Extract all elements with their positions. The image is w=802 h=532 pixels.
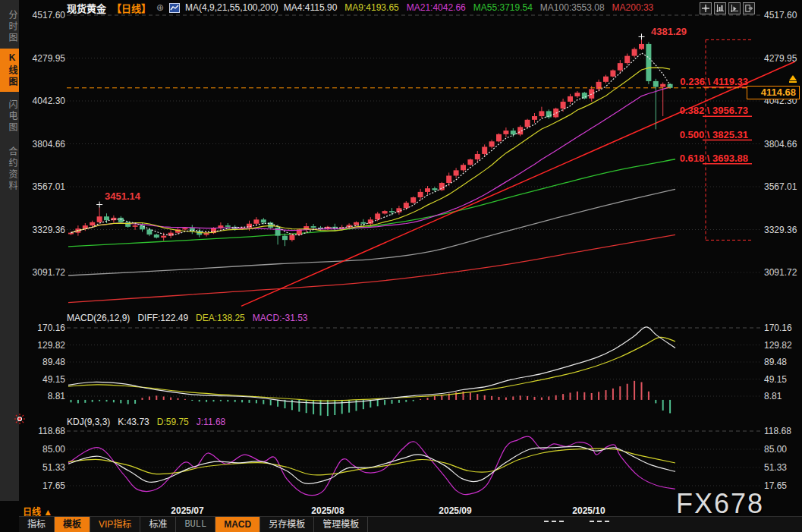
macd-axis-label-left: 8.81 — [21, 391, 65, 401]
price-axis-label-right: 3329.36 — [764, 225, 797, 235]
toolbar-item-4[interactable]: BULL — [176, 517, 215, 532]
symbol-name: 现货黄金 — [67, 1, 106, 15]
fib-level-label-0.236: 0.236 \ 4119.33 — [680, 76, 748, 87]
dash-artifact — [544, 521, 564, 522]
macd-axis-label-right: 49.15 — [764, 374, 787, 385]
fib-level-label-0.500: 0.500 \ 3825.31 — [680, 129, 748, 140]
detach-window-icon[interactable] — [743, 2, 755, 14]
date-axis-label: 2025/08 — [311, 505, 344, 516]
date-axis-label: 2025/07 — [171, 505, 203, 516]
chart-type-icon[interactable] — [169, 3, 180, 13]
sidebar-item-2[interactable]: 闪电图 — [0, 96, 19, 137]
kdj-axis-label-right: 85.00 — [764, 444, 787, 455]
kdj-axis-label-right: 51.33 — [764, 462, 787, 473]
toolbar-item-5[interactable]: MACD — [215, 517, 260, 532]
kdj-axis-label-left: 85.00 — [21, 444, 65, 455]
macd-axis-label-left: 129.82 — [21, 340, 65, 351]
kdj-axis-label-left: 118.68 — [21, 426, 65, 436]
macd-header: MACD(26,12,9) DIFF:122.49 DEA:138.25 MAC… — [67, 313, 308, 323]
sidebar-item-3[interactable]: 合约资料 — [0, 143, 19, 196]
macd-axis-label-right: 170.16 — [764, 323, 792, 333]
bottom-toolbar: 指标模板VIP指标标准BULLMACD另存模板管理模板 — [19, 516, 802, 532]
price-axis-label-right: 4279.95 — [764, 53, 797, 64]
sidebar-item-0[interactable]: 分时图 — [0, 6, 19, 48]
price-axis-label-left: 4042.30 — [21, 96, 65, 106]
macd-diff-value: DIFF:122.49 — [137, 313, 188, 323]
axis-right-chart-icon[interactable] — [728, 2, 741, 14]
price-axis-label-right: 4517.60 — [764, 10, 797, 20]
price-axis-label-left: 3329.36 — [21, 225, 65, 235]
trading-app-window: 分时图K线图闪电图合约资料 现货黄金 【日线】 ⊕ MA(4,9,21,55,1… — [0, 0, 802, 532]
toolbar-item-7[interactable]: 管理模板 — [314, 517, 368, 532]
price-axis-label-right: 3567.01 — [764, 181, 797, 192]
fib-level-label-0.618: 0.618 \ 3693.88 — [680, 153, 748, 164]
swing-high-label-october: 4381.29 — [651, 26, 687, 37]
timeframe-label[interactable]: 【日线】 — [112, 1, 151, 15]
window-icons-group — [700, 2, 755, 14]
date-axis-label: 2025/10 — [572, 505, 605, 516]
macd-axis-label-left: 170.16 — [21, 323, 65, 333]
ma-values-group: MA4:4115.90MA9:4193.65MA21:4042.66MA55:3… — [284, 2, 653, 13]
kdj-j-value: J:11.68 — [197, 417, 225, 427]
chart-header: 现货黄金 【日线】 ⊕ MA(4,9,21,55,100,200) MA4:41… — [67, 2, 653, 14]
kdj-title: KDJ(9,3,3) — [67, 417, 110, 427]
kdj-axis-label-left: 17.65 — [21, 480, 65, 491]
kdj-d-value: D:59.75 — [157, 417, 189, 427]
macd-axis-label-left: 49.15 — [21, 374, 65, 385]
ma-value-label-3: MA55:3719.54 — [473, 2, 533, 13]
price-axis-label-left: 4517.60 — [21, 10, 65, 20]
current-price-tag: 4114.68 — [747, 86, 800, 99]
macd-axis-label-right: 89.48 — [764, 357, 787, 367]
kdj-axis-label-left: 51.33 — [21, 462, 65, 473]
price-eject-arrow-icon — [789, 75, 797, 83]
price-axis-label-left: 4279.95 — [21, 53, 65, 64]
kdj-axis-label-right: 118.68 — [764, 426, 791, 436]
kdj-header: KDJ(9,3,3) K:43.73 D:59.75 J:11.68 — [67, 417, 225, 427]
price-axis-label-right: 3804.66 — [764, 139, 797, 150]
toolbar-item-3[interactable]: 标准 — [140, 517, 176, 532]
kdj-axis-label-right: 17.65 — [764, 480, 787, 491]
kdj-k-value: K:43.73 — [118, 417, 149, 427]
toolbar-item-2[interactable]: VIP指标 — [90, 517, 140, 532]
axis-left-chart-icon[interactable] — [714, 2, 726, 14]
macd-axis-label-right: 129.82 — [764, 340, 792, 351]
ma-value-label-5: MA200:33 — [612, 2, 654, 13]
ma-value-label-2: MA21:4042.66 — [407, 2, 466, 13]
macd-axis-label-right: 8.81 — [764, 391, 782, 401]
macd-title: MACD(26,12,9) — [67, 313, 130, 323]
crosshair-icon[interactable] — [700, 2, 712, 14]
date-axis-label: 2025/09 — [439, 505, 471, 516]
price-axis-label-left: 3804.66 — [21, 139, 65, 150]
macd-axis-label-left: 89.48 — [21, 357, 65, 367]
fib-level-label-0.382: 0.382 \ 3956.73 — [680, 105, 748, 116]
macd-dea-value: DEA:138.25 — [196, 313, 245, 323]
price-axis-label-right: 3091.72 — [764, 267, 797, 278]
swing-high-label-july: 3451.14 — [105, 190, 140, 202]
ma-value-label-4: MA100:3553.08 — [540, 2, 605, 13]
ma-value-label-0: MA4:4115.90 — [284, 2, 338, 13]
ma-value-label-1: MA9:4193.65 — [344, 2, 398, 13]
price-axis-label-left: 3567.01 — [21, 181, 65, 192]
toolbar-item-1[interactable]: 模板 — [55, 517, 90, 532]
record-dot-icon[interactable] — [14, 413, 26, 428]
dash-artifact — [590, 521, 609, 522]
add-compare-icon[interactable]: ⊕ — [156, 2, 164, 13]
watermark: FX678 — [676, 488, 764, 520]
sidebar-item-1[interactable]: K线图 — [0, 49, 19, 92]
price-axis-label-left: 3091.72 — [21, 267, 65, 278]
toolbar-item-6[interactable]: 另存模板 — [260, 517, 314, 532]
macd-macd-value: MACD:-31.53 — [253, 313, 308, 323]
toolbar-item-0[interactable]: 指标 — [19, 517, 55, 532]
ma-settings-label: MA(4,9,21,55,100,200) — [185, 2, 278, 13]
